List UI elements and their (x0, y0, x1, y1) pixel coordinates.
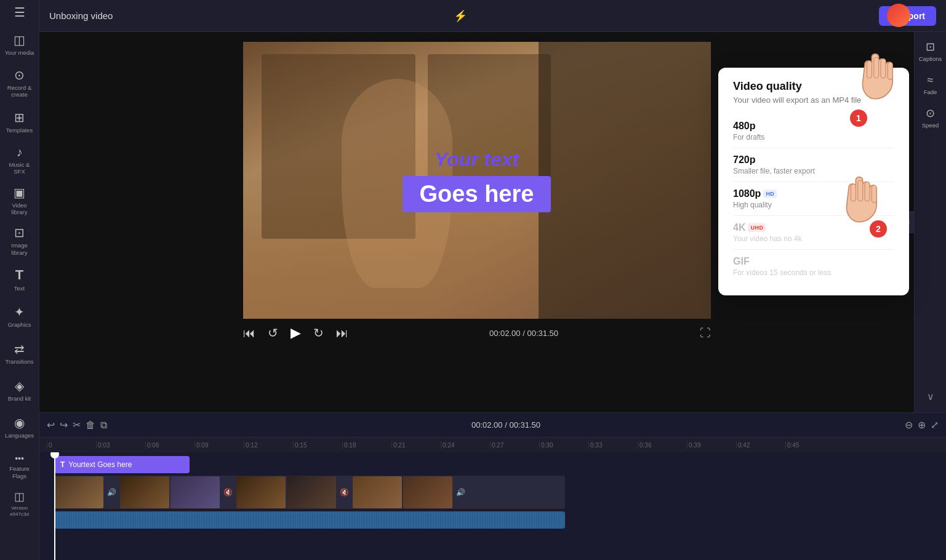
video-track-row: 🔊 🔇 🔇 (54, 476, 939, 509)
sidebar-item-graphics[interactable]: ✦ Graphics (1, 299, 38, 334)
audio-track[interactable] (54, 511, 565, 529)
sidebar-item-languages[interactable]: ◉ Languages (1, 410, 38, 444)
right-panel-speed[interactable]: ⊙ Speed (916, 103, 945, 132)
copy-button[interactable]: ⧉ (100, 420, 107, 431)
ruler-mark-6: 0:06 (145, 441, 194, 449)
cut-button[interactable]: ✂ (73, 419, 81, 431)
right-panel-fade[interactable]: ≈ Fade (916, 70, 945, 98)
mute-icon-1[interactable]: 🔊 (105, 476, 119, 508)
right-panel: ⊡ Captions ≈ Fade ⊙ Speed ? ∨ (914, 32, 946, 412)
sidebar-item-templates[interactable]: ⊞ Templates (1, 105, 38, 139)
ruler-mark-9: 0:09 (194, 441, 244, 449)
sidebar-item-music[interactable]: ♪ Music & SFX (1, 142, 38, 179)
ruler-mark-15: 0:15 (293, 441, 342, 449)
video-text-line1: Your text (435, 148, 519, 171)
mute-icon-3[interactable]: 🔇 (337, 476, 351, 508)
video-thumb-7 (403, 476, 452, 508)
video-frame: Your text Goes here (243, 42, 711, 319)
text-track[interactable]: T Yourtext Goes here (54, 456, 190, 473)
timeline-time-display: 00:02.00 / 00:31.50 (112, 420, 900, 430)
sidebar-item-your-media[interactable]: ◫ Your media (1, 27, 38, 62)
version-icon: ◫ (14, 490, 25, 503)
cloud-icon: ⚡ (454, 9, 467, 23)
timeline: ↩ ↪ ✂ 🗑 ⧉ 00:02.00 / 00:31.50 ⊖ ⊕ ⤢ 0 0:… (39, 412, 946, 560)
right-panel-collapse[interactable]: ∨ (927, 391, 934, 402)
captions-icon: ⊡ (926, 40, 935, 54)
text-track-icon: T (60, 460, 65, 469)
quality-desc-gif: For videos 15 seconds or less (733, 268, 894, 277)
skip-back-button[interactable]: ⏮ (243, 326, 255, 340)
timeline-toolbar: ↩ ↪ ✂ 🗑 ⧉ 00:02.00 / 00:31.50 ⊖ ⊕ ⤢ (39, 413, 946, 438)
main-area: Unboxing video ⚡ ↑ Export (39, 0, 946, 560)
sidebar-item-transitions[interactable]: ⇄ Transitions (1, 336, 38, 370)
video-track[interactable]: 🔊 🔇 🔇 (54, 476, 565, 509)
redo-button[interactable]: ↪ (60, 419, 68, 431)
templates-icon: ⊞ (14, 110, 25, 125)
ruler-mark-39: 0:39 (687, 441, 736, 449)
skip-forward-button[interactable]: ⏭ (336, 326, 348, 340)
play-button[interactable]: ▶ (291, 325, 301, 341)
feature-flags-icon: ••• (15, 454, 24, 463)
ruler-mark-3: 0:03 (96, 441, 145, 449)
sidebar-item-text[interactable]: T Text (1, 262, 38, 297)
sidebar-item-brand-kit[interactable]: ◈ Brand kit (1, 373, 38, 407)
profile-avatar[interactable] (887, 4, 910, 27)
mute-icon-4[interactable]: 🔊 (454, 476, 468, 508)
sidebar-item-feature-flags[interactable]: ••• FeatureFlags (1, 449, 38, 484)
sidebar-item-record-create[interactable]: ⊙ Record &create (1, 64, 38, 102)
ruler-mark-45: 0:45 (785, 441, 835, 449)
audio-track-row (54, 511, 939, 529)
fullscreen-button[interactable]: ⛶ (700, 327, 711, 340)
right-panel-captions[interactable]: ⊡ Captions (916, 37, 945, 65)
ruler-mark-30: 0:30 (539, 441, 588, 449)
zoom-out-button[interactable]: ⊖ (905, 419, 913, 431)
text-track-label: Yourtext Goes here (68, 460, 132, 469)
sidebar-item-video-library[interactable]: ▣ Videolibrary (1, 182, 38, 220)
playhead[interactable] (54, 452, 55, 560)
content-area: Your text Goes here ⏮ ↺ ▶ ↻ ⏭ 00:02.00 /… (39, 32, 946, 560)
text-icon: T (15, 267, 23, 283)
sidebar-item-version[interactable]: ◫ Versione947c3d (1, 486, 38, 521)
step-badge-2: 2 (870, 220, 887, 238)
sidebar: ☰ ◫ Your media ⊙ Record &create ⊞ Templa… (0, 0, 39, 560)
video-text-line2: Goes here (403, 176, 551, 212)
svg-rect-2 (881, 59, 886, 79)
quality-option-480p[interactable]: 480p For drafts (733, 114, 894, 148)
zoom-in-button[interactable]: ⊕ (918, 419, 926, 431)
timeline-tracks: T Yourtext Goes here 🔊 🔇 (39, 452, 946, 560)
text-overlay: Your text Goes here (403, 148, 551, 212)
time-display: 00:02.00 / 00:31.50 (489, 329, 558, 338)
step-badge-1: 1 (850, 110, 867, 127)
delete-button[interactable]: 🗑 (86, 420, 95, 431)
languages-icon: ◉ (14, 415, 25, 430)
audio-waveform (54, 511, 565, 529)
ruler-marks: 0 0:03 0:06 0:09 0:12 0:15 0:18 0:21 0:2… (47, 441, 835, 449)
ruler-mark-12: 0:12 (244, 441, 293, 449)
ruler-mark-24: 0:24 (441, 441, 490, 449)
svg-rect-0 (867, 61, 872, 78)
video-controls: ⏮ ↺ ▶ ↻ ⏭ 00:02.00 / 00:31.50 ⛶ (243, 319, 711, 347)
quality-option-gif[interactable]: GIF For videos 15 seconds or less (733, 250, 894, 283)
quality-name-480p: 480p (733, 121, 894, 132)
video-thumb-2 (120, 476, 169, 508)
quality-name-gif: GIF (733, 256, 894, 267)
replay-button[interactable]: ↺ (268, 326, 278, 340)
quality-name-720p: 720p (733, 154, 894, 166)
svg-rect-4 (851, 184, 856, 201)
expand-button[interactable]: ⤢ (931, 419, 939, 431)
hd-badge: HD (763, 190, 777, 198)
ruler-mark-27: 0:27 (490, 441, 539, 449)
sidebar-item-image-library[interactable]: ⊡ Imagelibrary (1, 222, 38, 260)
graphics-icon: ✦ (14, 305, 25, 319)
video-thumb-3 (170, 476, 220, 508)
text-track-row: T Yourtext Goes here (54, 456, 939, 473)
undo-button[interactable]: ↩ (47, 419, 55, 431)
mute-icon-2[interactable]: 🔇 (221, 476, 235, 508)
forward-button[interactable]: ↻ (313, 326, 324, 340)
video-thumb-1 (54, 476, 103, 508)
video-thumb-6 (353, 476, 402, 508)
svg-rect-6 (865, 182, 870, 202)
image-library-icon: ⊡ (14, 225, 25, 240)
menu-button[interactable]: ☰ (14, 5, 25, 20)
project-title: Unboxing video (49, 10, 446, 21)
